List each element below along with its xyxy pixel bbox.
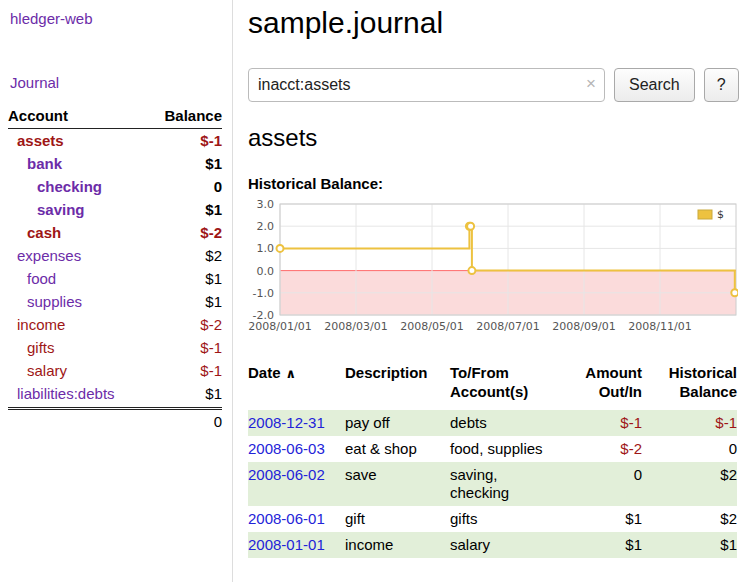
help-button[interactable]: ?	[704, 68, 739, 102]
account-balance: $1	[205, 382, 222, 405]
account-balance: $-1	[200, 336, 222, 359]
account-row: saving $1	[8, 198, 222, 221]
account-link[interactable]: expenses	[8, 244, 81, 267]
table-row: 2008-12-31 pay off debts $-1 $-1	[248, 410, 737, 436]
account-balance: $1	[205, 290, 222, 313]
txn-accounts: saving, checking	[450, 462, 565, 506]
accounts-header-balance: Balance	[164, 107, 222, 124]
account-link[interactable]: bank	[8, 152, 62, 175]
txn-date-link[interactable]: 2008-06-02	[248, 466, 325, 483]
account-title: assets	[248, 124, 737, 152]
account-balance: $1	[205, 198, 222, 221]
txn-amount: $-2	[565, 436, 642, 462]
account-row: assets $-1	[8, 129, 222, 152]
txn-balance: $-1	[642, 410, 737, 436]
txn-date-link[interactable]: 2008-01-01	[248, 536, 325, 553]
account-link[interactable]: salary	[8, 359, 67, 382]
accounts-header-account: Account	[8, 107, 68, 124]
txn-description: gift	[345, 506, 450, 532]
svg-text:2008/03/01: 2008/03/01	[324, 320, 387, 333]
txn-balance: $2	[642, 462, 737, 506]
account-link[interactable]: saving	[8, 198, 85, 221]
svg-text:0.0: 0.0	[257, 265, 275, 278]
svg-text:2008/11/01: 2008/11/01	[628, 320, 691, 333]
chart-label: Historical Balance:	[248, 175, 737, 192]
account-link[interactable]: income	[8, 313, 65, 336]
search-form: × Search ?	[248, 68, 737, 102]
account-link[interactable]: cash	[8, 221, 61, 244]
search-button[interactable]: Search	[614, 68, 695, 102]
account-link[interactable]: checking	[8, 175, 102, 198]
clear-search-icon[interactable]: ×	[586, 74, 596, 94]
accounts-list: assets $-1 bank $1 checking 0 saving $1 …	[8, 129, 222, 405]
search-box: ×	[248, 68, 605, 102]
accounts-total-row: 0	[8, 407, 222, 430]
column-header-balance: Historical Balance	[642, 364, 737, 410]
txn-date-link[interactable]: 2008-06-01	[248, 510, 325, 527]
account-link[interactable]: supplies	[8, 290, 82, 313]
txn-amount: $1	[565, 506, 642, 532]
account-balance: $-1	[200, 129, 222, 152]
account-row: liabilities:debts $1	[8, 382, 222, 405]
account-row: checking 0	[8, 175, 222, 198]
account-row: gifts $-1	[8, 336, 222, 359]
svg-text:-1.0: -1.0	[253, 287, 274, 300]
nav-journal-link[interactable]: Journal	[10, 74, 232, 91]
account-balance: $1	[205, 152, 222, 175]
account-row: food $1	[8, 267, 222, 290]
account-balance: $1	[205, 267, 222, 290]
svg-text:1.0: 1.0	[257, 242, 275, 255]
txn-amount: $-1	[565, 410, 642, 436]
txn-description: pay off	[345, 410, 450, 436]
svg-text:2008/05/01: 2008/05/01	[400, 320, 463, 333]
account-link[interactable]: assets	[8, 129, 64, 152]
txn-balance: $2	[642, 506, 737, 532]
accounts-table-header: Account Balance	[8, 107, 222, 129]
brand-link[interactable]: hledger-web	[10, 10, 232, 27]
account-row: bank $1	[8, 152, 222, 175]
account-row: cash $-2	[8, 221, 222, 244]
transactions-table: Date∧ Description To/From Account(s) Amo…	[248, 364, 737, 558]
column-header-description: Description	[345, 364, 450, 410]
account-link[interactable]: liabilities:debts	[8, 382, 115, 405]
txn-amount: 0	[565, 462, 642, 506]
historical-balance-chart: 3.02.01.00.0-1.0-2.02008/01/012008/03/01…	[248, 200, 738, 336]
svg-text:2008/09/01: 2008/09/01	[552, 320, 615, 333]
svg-text:3.0: 3.0	[257, 200, 275, 211]
search-input[interactable]	[248, 68, 605, 102]
svg-text:2008/01/01: 2008/01/01	[248, 320, 311, 333]
account-balance: $-2	[200, 221, 222, 244]
account-link[interactable]: gifts	[8, 336, 55, 359]
account-balance: $2	[205, 244, 222, 267]
account-balance: $-1	[200, 359, 222, 382]
transactions-header-row: Date∧ Description To/From Account(s) Amo…	[248, 364, 737, 410]
txn-date-link[interactable]: 2008-06-03	[248, 440, 325, 457]
account-balance: $-2	[200, 313, 222, 336]
txn-accounts: food, supplies	[450, 436, 565, 462]
account-row: salary $-1	[8, 359, 222, 382]
main-content: sample.journal × Search ? assets Histori…	[248, 0, 737, 558]
account-row: supplies $1	[8, 290, 222, 313]
account-row: income $-2	[8, 313, 222, 336]
svg-text:2.0: 2.0	[257, 220, 275, 233]
column-header-date[interactable]: Date∧	[248, 364, 345, 410]
accounts-total-value: 0	[214, 413, 222, 430]
txn-date-link[interactable]: 2008-12-31	[248, 414, 325, 431]
svg-text:$: $	[717, 208, 724, 221]
txn-balance: 0	[642, 436, 737, 462]
txn-description: income	[345, 532, 450, 558]
column-header-accounts: To/From Account(s)	[450, 364, 565, 410]
txn-accounts: salary	[450, 532, 565, 558]
page-title: sample.journal	[248, 6, 737, 41]
txn-accounts: debts	[450, 410, 565, 436]
account-row: expenses $2	[8, 244, 222, 267]
sidebar: hledger-web Journal Account Balance asse…	[0, 0, 233, 582]
account-balance: 0	[214, 175, 222, 198]
txn-description: eat & shop	[345, 436, 450, 462]
txn-amount: $1	[565, 532, 642, 558]
table-row: 2008-06-01 gift gifts $1 $2	[248, 506, 737, 532]
account-link[interactable]: food	[8, 267, 56, 290]
sort-ascending-icon: ∧	[286, 366, 297, 381]
txn-accounts: gifts	[450, 506, 565, 532]
table-row: 2008-06-03 eat & shop food, supplies $-2…	[248, 436, 737, 462]
